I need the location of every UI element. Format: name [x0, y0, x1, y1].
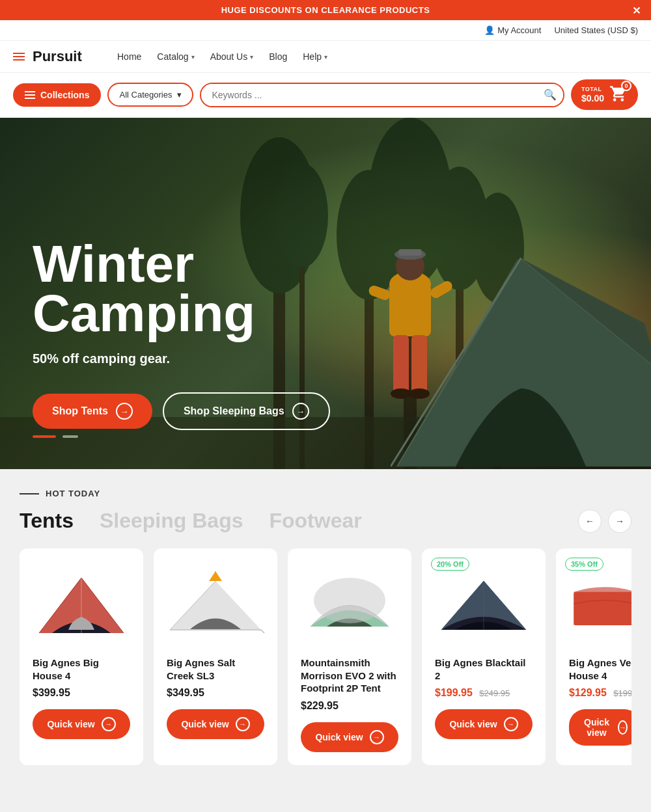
banner-text: HUGE DISCOUNTS ON CLEARANCE PRODUCTS	[221, 5, 430, 15]
tab-sleeping-bags[interactable]: Sleeping Bags	[100, 509, 270, 533]
nav-home[interactable]: Home	[111, 47, 148, 66]
cart-icon-wrapper: 0	[609, 85, 628, 105]
product-image	[435, 562, 533, 646]
top-bar: 👤 My Account United States (USD $)	[0, 20, 651, 41]
quick-view-button[interactable]: Quick view →	[569, 709, 631, 746]
main-nav: Home Catalog ▾ About Us ▾ Blog Help ▾	[111, 47, 638, 66]
nav-blog[interactable]: Blog	[262, 47, 294, 66]
chevron-down-icon: ▾	[250, 53, 253, 61]
product-badge: 20% Off	[431, 558, 469, 571]
product-card: Mountainsmith Morrison EVO 2 with Footpr…	[288, 548, 411, 765]
tab-nav: ← →	[578, 509, 631, 533]
product-image	[301, 562, 398, 646]
hamburger-icon	[25, 91, 35, 99]
account-label: My Account	[497, 25, 541, 35]
product-name: Big Agnes Blacktail 2	[435, 656, 533, 682]
hero-content: Winter Camping 50% off camping gear. Sho…	[33, 239, 330, 430]
arrow-icon: →	[236, 717, 250, 731]
hero-section: Winter Camping 50% off camping gear. Sho…	[0, 118, 651, 469]
total-amount: $0.00	[581, 93, 604, 104]
banner-close[interactable]: ✕	[632, 4, 641, 16]
account-link[interactable]: 👤 My Account	[484, 25, 541, 35]
product-card: 20% Off Big Agnes Blacktail 2 $199.95 $2…	[422, 548, 546, 765]
arrow-icon: →	[116, 403, 133, 420]
svg-rect-18	[367, 284, 391, 302]
product-badge: 35% Off	[565, 558, 603, 571]
logo[interactable]: Pursuit	[13, 48, 98, 65]
quick-view-button[interactable]: Quick view →	[167, 709, 264, 739]
account-icon: 👤	[484, 25, 495, 35]
product-image	[569, 562, 631, 646]
product-card: Big Agnes Salt Creek SL3 $349.95 Quick v…	[154, 548, 277, 765]
search-input-wrapper: 🔍	[200, 83, 564, 107]
product-price: $129.95 $199	[569, 687, 631, 699]
hero-subtitle: 50% off camping gear.	[33, 351, 330, 366]
logo-text: Pursuit	[33, 48, 82, 65]
chevron-down-icon: ▾	[177, 90, 182, 100]
hot-today-line	[20, 493, 39, 494]
product-card: 35% Off Big Agnes Ve House 4 $129.95 $19…	[556, 548, 631, 765]
product-price: $199.95 $249.95	[435, 687, 533, 699]
cart-button[interactable]: TOTAL $0.00 0	[571, 79, 638, 110]
products-grid: Big Agnes Big House 4 $399.95 Quick view…	[20, 548, 631, 765]
hot-today-label: HOT TODAY	[46, 489, 100, 498]
product-image	[167, 562, 264, 646]
carousel-dot-2[interactable]	[62, 435, 78, 438]
tab-tents[interactable]: Tents	[20, 509, 100, 533]
product-image	[33, 562, 130, 646]
category-tabs: Tents Sleeping Bags Footwear ← →	[20, 509, 631, 533]
product-name: Mountainsmith Morrison EVO 2 with Footpr…	[301, 656, 398, 695]
collections-label: Collections	[40, 90, 89, 100]
product-price: $349.95	[167, 687, 264, 699]
collections-button[interactable]: Collections	[13, 83, 101, 107]
top-banner: HUGE DISCOUNTS ON CLEARANCE PRODUCTS ✕	[0, 0, 651, 20]
header: Pursuit Home Catalog ▾ About Us ▾ Blog H…	[0, 41, 651, 72]
quick-view-button[interactable]: Quick view →	[301, 722, 398, 752]
arrow-icon: →	[292, 403, 309, 420]
tab-prev-button[interactable]: ←	[578, 509, 602, 533]
cart-badge: 0	[621, 81, 631, 91]
product-name: Big Agnes Ve House 4	[569, 656, 631, 682]
chevron-down-icon: ▾	[324, 53, 327, 61]
quick-view-button[interactable]: Quick view →	[33, 709, 130, 739]
hot-today: HOT TODAY	[20, 489, 631, 498]
carousel-dot-1[interactable]	[33, 435, 56, 438]
quick-view-button[interactable]: Quick view →	[435, 709, 533, 739]
category-label: All Categories	[119, 90, 172, 100]
arrow-icon: →	[102, 717, 116, 731]
product-price: $229.95	[301, 700, 398, 712]
product-price: $399.95	[33, 687, 130, 699]
svg-point-28	[314, 578, 385, 623]
svg-marker-27	[209, 571, 222, 581]
hero-buttons: Shop Tents → Shop Sleeping Bags →	[33, 392, 330, 430]
hero-tent	[391, 206, 651, 469]
logo-icon	[13, 53, 25, 61]
chevron-down-icon: ▾	[191, 53, 195, 61]
tab-next-button[interactable]: →	[608, 509, 631, 533]
product-name: Big Agnes Salt Creek SL3	[167, 656, 264, 682]
products-section: HOT TODAY Tents Sleeping Bags Footwear ←…	[0, 469, 651, 785]
region-label: United States (USD $)	[554, 25, 638, 35]
carousel-dots	[33, 435, 78, 438]
nav-about[interactable]: About Us ▾	[204, 47, 260, 66]
hero-title: Winter Camping	[33, 239, 330, 338]
search-input[interactable]	[201, 84, 563, 106]
cart-total: TOTAL $0.00	[581, 86, 604, 104]
arrow-icon: →	[618, 720, 628, 735]
total-label: TOTAL	[581, 86, 602, 93]
tab-footwear[interactable]: Footwear	[269, 509, 387, 533]
nav-catalog[interactable]: Catalog ▾	[150, 47, 201, 66]
search-bar: Collections All Categories ▾ 🔍 TOTAL $0.…	[0, 72, 651, 118]
region-selector[interactable]: United States (USD $)	[554, 25, 638, 35]
category-dropdown[interactable]: All Categories ▾	[107, 83, 193, 107]
nav-help[interactable]: Help ▾	[296, 47, 334, 66]
product-card: Big Agnes Big House 4 $399.95 Quick view…	[20, 548, 143, 765]
svg-line-25	[261, 630, 264, 640]
product-name: Big Agnes Big House 4	[33, 656, 130, 682]
shop-tents-button[interactable]: Shop Tents →	[33, 394, 152, 429]
shop-sleeping-bags-button[interactable]: Shop Sleeping Bags →	[163, 392, 330, 430]
search-button[interactable]: 🔍	[544, 88, 557, 101]
arrow-icon: →	[370, 730, 384, 744]
arrow-icon: →	[504, 717, 518, 731]
